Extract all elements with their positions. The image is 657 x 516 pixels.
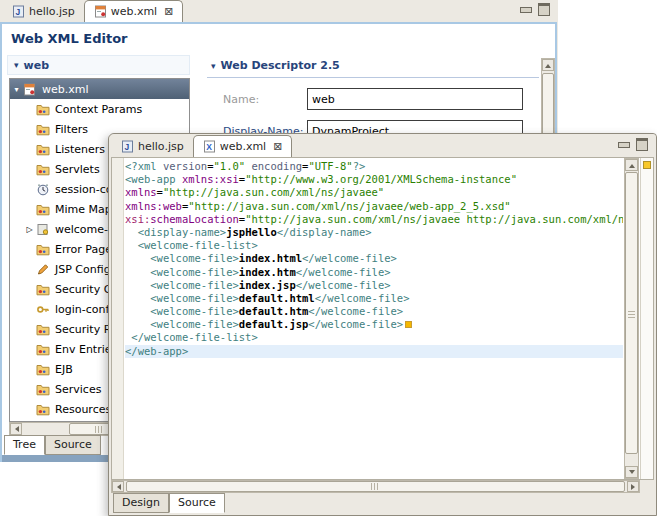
tree-item-web-xml[interactable]: ▾web.xml (10, 79, 189, 99)
tab-web-xml[interactable]: web.xml ⊠ (84, 0, 184, 22)
code-line: <web-app xmlns:xsi="http://www.w3.org/20… (125, 173, 623, 186)
code-line: <?xml version="1.0" encoding="UTF-8"?> (125, 160, 623, 173)
code-line: </web-app> (125, 345, 623, 358)
code-line: <welcome-file>default.jsp</welcome-file> (125, 318, 623, 331)
code-line: </welcome-file-list> (125, 331, 623, 344)
code-line: <welcome-file>index.jsp</welcome-file> (125, 279, 623, 292)
scroll-left-button[interactable] (112, 481, 124, 492)
scroll-up-button[interactable] (625, 159, 638, 171)
tab-source[interactable]: Source (45, 435, 101, 455)
tree-item-label: Context Params (55, 103, 142, 116)
folder-icon (36, 103, 50, 116)
chevron-down-icon: ▾ (10, 85, 23, 94)
tab-web-xml[interactable]: X web.xml ⊠ (193, 135, 293, 157)
chevron-right-icon: ▷ (23, 225, 36, 234)
editor-vertical-scrollbar[interactable] (624, 158, 639, 479)
code-line: <welcome-file>default.htm</welcome-file> (125, 305, 623, 318)
name-field[interactable] (307, 88, 523, 110)
webxml-file-icon (94, 5, 107, 18)
page-title: Web XML Editor (11, 31, 128, 46)
warning-marker (405, 321, 412, 328)
scroll-up-button[interactable] (542, 59, 554, 71)
welcome-icon (36, 223, 50, 236)
eclipse-workbench: J hello.jsp web.xml ⊠ Web XML Editor ▾ w… (0, 0, 657, 516)
folder-icon (36, 123, 50, 136)
bg-editor-tabbar: J hello.jsp web.xml ⊠ (0, 0, 558, 22)
form-section-title: Web Descriptor 2.5 (221, 59, 340, 72)
webxml-file-icon (23, 83, 37, 96)
folder-icon (36, 403, 50, 416)
tab-label: hello.jsp (29, 5, 75, 18)
folder-icon (36, 343, 50, 356)
bg-window-buttons (520, 3, 558, 22)
tree-source-tabs: Tree Source (4, 435, 101, 455)
code-line: <welcome-file>index.html</welcome-file> (125, 252, 623, 265)
code-line: xmlns="http://java.sun.com/xml/ns/javaee… (125, 186, 623, 199)
fg-editor-tabbar: J hello.jsp X web.xml ⊠ (109, 134, 656, 157)
xml-code-editor[interactable]: <?xml version="1.0" encoding="UTF-8"?><w… (125, 160, 623, 479)
chevron-down-icon: ▾ (211, 61, 216, 71)
xml-file-icon: X (203, 140, 216, 153)
close-icon[interactable]: ⊠ (273, 140, 282, 153)
tab-label: web.xml (220, 140, 267, 153)
code-line: xmlns:web="http://java.sun.com/xml/ns/ja… (125, 200, 623, 213)
code-line: xsi:schemaLocation="http://java.sun.com/… (125, 213, 623, 226)
svg-text:J: J (124, 142, 129, 152)
xml-source-editor-window: J hello.jsp X web.xml ⊠ <?xml version="1… (108, 133, 657, 516)
folder-icon (36, 203, 50, 216)
maximize-button[interactable] (636, 138, 648, 151)
key-icon (36, 303, 50, 316)
editor-horizontal-scrollbar[interactable] (111, 480, 640, 493)
name-field-label: Name: (223, 93, 307, 106)
xml-source-area: <?xml version="1.0" encoding="UTF-8"?><w… (111, 157, 654, 480)
folder-icon (36, 363, 50, 376)
tree-section-header[interactable]: ▾ web (7, 55, 190, 75)
tree-item-label: Servlets (55, 163, 100, 176)
scroll-left-button[interactable] (10, 423, 22, 435)
code-line: <welcome-file>index.htm</welcome-file> (125, 266, 623, 279)
code-line: <welcome-file-list> (125, 239, 623, 252)
tab-hello-jsp[interactable]: J hello.jsp (112, 136, 193, 157)
tree-item-label: Filters (55, 123, 88, 136)
tree-item-label: Services (55, 383, 101, 396)
clock-icon (36, 183, 50, 196)
tree-item-label: JSP Config (55, 263, 111, 276)
jsp-file-icon: J (12, 5, 25, 18)
folder-icon (36, 163, 50, 176)
code-line: <welcome-file>default.html</welcome-file… (125, 292, 623, 305)
folder-icon (36, 383, 50, 396)
tree-item-context-params[interactable]: Context Params (10, 99, 189, 119)
fg-window-buttons (618, 138, 656, 157)
folder-icon (36, 243, 50, 256)
tree-item-label: web.xml (42, 83, 89, 96)
tab-source[interactable]: Source (169, 493, 225, 513)
folder-icon (36, 143, 50, 156)
close-icon[interactable]: ⊠ (164, 5, 173, 18)
jsp-file-icon: J (121, 140, 134, 153)
folder-icon (36, 283, 50, 296)
chevron-down-icon: ▾ (14, 60, 19, 70)
maximize-button[interactable] (538, 3, 550, 16)
scroll-right-button[interactable] (627, 481, 639, 492)
design-source-tabs: Design Source (113, 493, 225, 513)
form-section-header[interactable]: ▾ Web Descriptor 2.5 (207, 55, 539, 78)
tree-item-label: Listeners (55, 143, 105, 156)
scroll-down-button[interactable] (625, 466, 638, 478)
minimize-button[interactable] (520, 7, 532, 13)
pencil-icon (36, 263, 50, 276)
code-line: <display-name>jspHello</display-name> (125, 226, 623, 239)
tab-label: web.xml (111, 5, 158, 18)
overview-warning-marker[interactable] (643, 161, 651, 169)
annotation-ruler[interactable] (112, 158, 124, 479)
tree-item-label: EJB (55, 363, 73, 376)
svg-text:X: X (206, 142, 212, 152)
web-descriptor-form: ▾ Web Descriptor 2.5 Name: Display-Name: (207, 55, 539, 142)
minimize-button[interactable] (618, 142, 630, 148)
tab-hello-jsp[interactable]: J hello.jsp (3, 1, 84, 22)
svg-text:J: J (15, 7, 20, 17)
tab-tree[interactable]: Tree (4, 435, 45, 455)
overview-ruler[interactable] (640, 158, 653, 479)
tree-section-title: web (24, 59, 50, 72)
tab-design[interactable]: Design (113, 493, 169, 513)
tab-label: hello.jsp (138, 140, 184, 153)
